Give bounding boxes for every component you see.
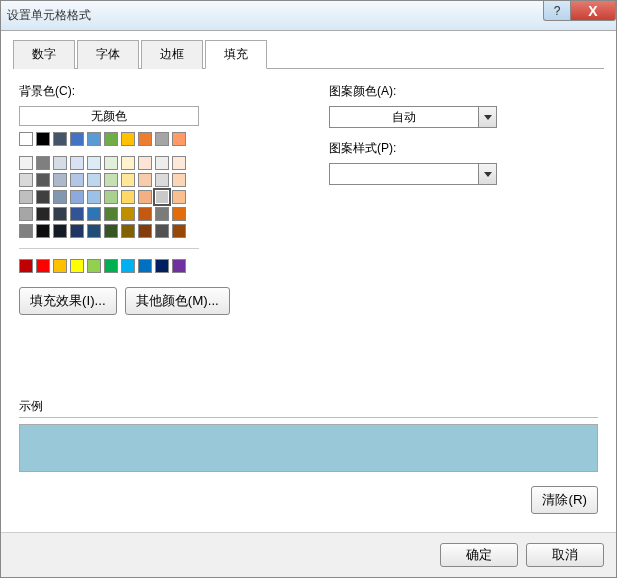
color-swatch[interactable]: [138, 207, 152, 221]
sample-section: 示例: [19, 398, 598, 472]
sample-label: 示例: [19, 398, 598, 415]
color-swatch[interactable]: [121, 190, 135, 204]
ok-button[interactable]: 确定: [440, 543, 518, 567]
color-swatch[interactable]: [138, 259, 152, 273]
color-swatch[interactable]: [121, 173, 135, 187]
color-swatch[interactable]: [121, 259, 135, 273]
color-swatch[interactable]: [104, 207, 118, 221]
color-swatch[interactable]: [53, 156, 67, 170]
color-swatch[interactable]: [172, 190, 186, 204]
color-swatch[interactable]: [155, 132, 169, 146]
color-swatch[interactable]: [138, 224, 152, 238]
color-swatch[interactable]: [70, 259, 84, 273]
more-colors-button[interactable]: 其他颜色(M)...: [125, 287, 230, 315]
fill-effects-button[interactable]: 填充效果(I)...: [19, 287, 117, 315]
color-swatch[interactable]: [104, 156, 118, 170]
color-swatch[interactable]: [155, 173, 169, 187]
palette-row: [19, 173, 279, 187]
color-swatch[interactable]: [19, 259, 33, 273]
pattern-style-combo[interactable]: [329, 163, 497, 185]
color-swatch[interactable]: [172, 224, 186, 238]
color-swatch[interactable]: [104, 224, 118, 238]
tab-border[interactable]: 边框: [141, 40, 203, 69]
color-swatch[interactable]: [138, 156, 152, 170]
tab-number[interactable]: 数字: [13, 40, 75, 69]
color-swatch[interactable]: [121, 156, 135, 170]
tab-strip: 数字 字体 边框 填充: [13, 39, 604, 69]
color-swatch[interactable]: [87, 207, 101, 221]
color-swatch[interactable]: [121, 207, 135, 221]
color-swatch[interactable]: [155, 207, 169, 221]
color-swatch[interactable]: [36, 259, 50, 273]
color-swatch[interactable]: [104, 173, 118, 187]
color-swatch[interactable]: [36, 173, 50, 187]
color-swatch[interactable]: [36, 132, 50, 146]
color-swatch[interactable]: [155, 224, 169, 238]
color-swatch[interactable]: [87, 156, 101, 170]
color-swatch[interactable]: [104, 132, 118, 146]
color-swatch[interactable]: [87, 224, 101, 238]
color-swatch[interactable]: [53, 173, 67, 187]
clear-row: 清除(R): [19, 486, 598, 514]
tab-fill[interactable]: 填充: [205, 40, 267, 69]
no-color-button[interactable]: 无颜色: [19, 106, 199, 126]
color-swatch[interactable]: [53, 207, 67, 221]
color-swatch[interactable]: [36, 207, 50, 221]
color-swatch[interactable]: [70, 190, 84, 204]
color-swatch[interactable]: [155, 190, 169, 204]
color-swatch[interactable]: [172, 173, 186, 187]
color-swatch[interactable]: [53, 224, 67, 238]
color-swatch[interactable]: [36, 224, 50, 238]
color-swatch[interactable]: [138, 173, 152, 187]
color-swatch[interactable]: [19, 156, 33, 170]
color-swatch[interactable]: [121, 132, 135, 146]
color-swatch[interactable]: [36, 190, 50, 204]
color-swatch[interactable]: [53, 259, 67, 273]
color-swatch[interactable]: [70, 207, 84, 221]
pattern-section: 图案颜色(A): 自动 图案样式(P):: [329, 83, 598, 315]
color-swatch[interactable]: [104, 190, 118, 204]
palette-standard-row: [19, 259, 279, 273]
color-swatch[interactable]: [172, 156, 186, 170]
color-swatch[interactable]: [53, 190, 67, 204]
color-swatch[interactable]: [53, 132, 67, 146]
color-swatch[interactable]: [138, 190, 152, 204]
color-swatch[interactable]: [19, 190, 33, 204]
color-swatch[interactable]: [19, 173, 33, 187]
color-swatch[interactable]: [70, 132, 84, 146]
pattern-color-value: 自动: [330, 109, 478, 126]
palette-separator: [19, 248, 199, 249]
titlebar-controls: ? X: [544, 1, 616, 21]
background-color-section: 背景色(C): 无颜色 填充效果: [19, 83, 279, 315]
color-swatch[interactable]: [87, 259, 101, 273]
close-button[interactable]: X: [570, 1, 616, 21]
color-swatch[interactable]: [70, 156, 84, 170]
color-swatch[interactable]: [36, 156, 50, 170]
color-swatch[interactable]: [87, 190, 101, 204]
bgcolor-label: 背景色(C):: [19, 83, 279, 100]
color-palette: [19, 132, 279, 273]
chevron-down-icon: [478, 164, 496, 184]
color-swatch[interactable]: [19, 224, 33, 238]
color-swatch[interactable]: [172, 207, 186, 221]
tab-font[interactable]: 字体: [77, 40, 139, 69]
color-swatch[interactable]: [172, 132, 186, 146]
color-swatch[interactable]: [172, 259, 186, 273]
clear-button[interactable]: 清除(R): [531, 486, 598, 514]
color-swatch[interactable]: [138, 132, 152, 146]
pattern-color-combo[interactable]: 自动: [329, 106, 497, 128]
color-swatch[interactable]: [155, 156, 169, 170]
sample-separator: [19, 417, 598, 418]
color-swatch[interactable]: [70, 224, 84, 238]
color-swatch[interactable]: [87, 173, 101, 187]
color-swatch[interactable]: [121, 224, 135, 238]
help-button[interactable]: ?: [543, 1, 571, 21]
color-swatch[interactable]: [104, 259, 118, 273]
color-swatch[interactable]: [87, 132, 101, 146]
color-swatch[interactable]: [70, 173, 84, 187]
palette-row: [19, 156, 279, 170]
color-swatch[interactable]: [19, 207, 33, 221]
color-swatch-nocolor[interactable]: [19, 132, 33, 146]
color-swatch[interactable]: [155, 259, 169, 273]
cancel-button[interactable]: 取消: [526, 543, 604, 567]
